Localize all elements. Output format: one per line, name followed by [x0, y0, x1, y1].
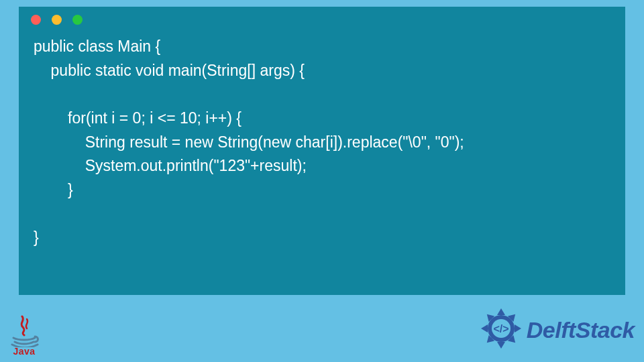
code-line: public static void main(String[] args) {: [34, 62, 305, 79]
java-logo: Java: [7, 315, 42, 357]
code-line: System.out.println("123"+result);: [34, 157, 307, 174]
code-line: for(int i = 0; i <= 10; i++) {: [34, 109, 241, 127]
code-line: String result = new String(new char[i]).…: [34, 133, 464, 151]
svg-text:</>: </>: [493, 323, 508, 335]
svg-marker-6: [481, 324, 488, 333]
maximize-dot-icon[interactable]: [72, 15, 83, 25]
delftstack-gear-icon: </>: [480, 307, 523, 353]
code-line: }: [34, 181, 73, 198]
delftstack-logo-label: DelftStack: [527, 317, 635, 343]
svg-marker-0: [497, 308, 505, 315]
window-titlebar: [19, 7, 625, 32]
svg-marker-2: [515, 324, 521, 333]
svg-marker-4: [497, 342, 505, 349]
close-dot-icon[interactable]: [31, 15, 41, 25]
java-logo-label: Java: [7, 346, 42, 357]
code-window: public class Main { public static void m…: [19, 7, 625, 295]
delftstack-logo: </> DelftStack: [480, 307, 635, 353]
code-line: }: [34, 229, 39, 246]
java-cup-icon: [7, 315, 42, 347]
page-root: public class Main { public static void m…: [0, 0, 644, 362]
code-line: public class Main {: [34, 38, 160, 55]
minimize-dot-icon[interactable]: [52, 15, 62, 25]
code-block: public class Main { public static void m…: [19, 32, 625, 257]
